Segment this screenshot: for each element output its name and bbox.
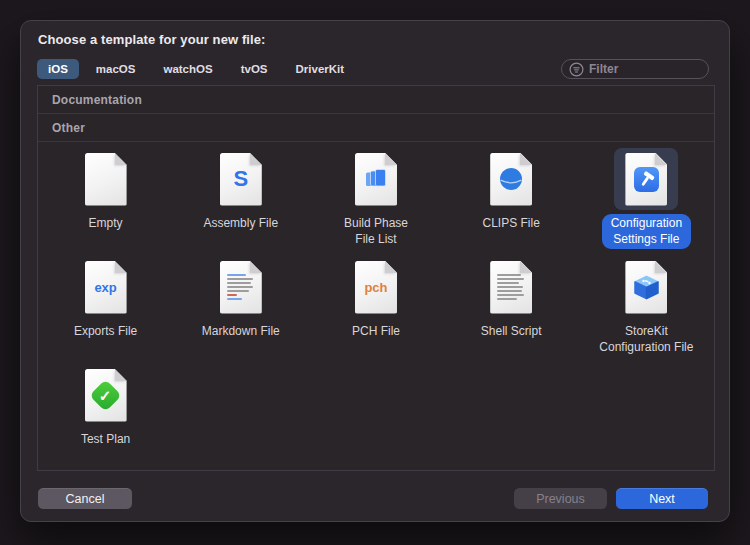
exports-file-icon: exp [74,256,138,318]
section-header-documentation[interactable]: Documentation [38,86,714,114]
test-plan-icon: ✓ [74,364,138,426]
storekit-configuration-file-icon [614,256,678,318]
template-assembly-file[interactable]: SAssembly File [173,144,308,252]
assembly-file-icon: S [209,148,273,210]
section-header-other[interactable]: Other [38,114,714,142]
document-page-icon [625,153,667,206]
tab-watchos[interactable]: watchOS [152,59,223,79]
shell-script-icon [479,256,543,318]
template-label: Markdown File [193,322,289,342]
tab-tvos[interactable]: tvOS [230,59,279,79]
template-label: Test Plan [72,430,139,450]
tab-ios[interactable]: iOS [37,59,79,79]
document-page-icon [625,261,667,314]
section-label: Other [52,121,85,135]
template-label: StoreKit Configuration File [590,322,702,357]
tab-macos[interactable]: macOS [85,59,147,79]
build-phase-file-list-icon [344,148,408,210]
template-exports-file[interactable]: expExports File [38,252,173,360]
template-label: Exports File [65,322,146,342]
previous-button[interactable]: Previous [514,488,607,509]
template-test-plan[interactable]: ✓Test Plan [38,360,173,468]
template-label: Assembly File [194,214,287,234]
blank-document-icon [74,148,138,210]
document-page-icon [220,261,262,314]
document-page-icon [355,153,397,206]
template-label: CLIPS File [474,214,549,234]
platform-tabs: iOSmacOSwatchOStvOSDriverKit [37,59,355,79]
markdown-file-icon [209,256,273,318]
next-button[interactable]: Next [616,488,708,509]
new-file-template-dialog: Choose a template for your new file: iOS… [20,20,730,522]
template-markdown-file[interactable]: Markdown File [173,252,308,360]
filter-icon [569,62,584,77]
clips-file-icon [479,148,543,210]
platform-tab-bar: iOSmacOSwatchOStvOSDriverKit Filter [37,57,713,81]
filter-field[interactable]: Filter [561,59,709,79]
filter-placeholder: Filter [589,62,618,76]
template-label: Shell Script [472,322,551,342]
document-page-icon: ✓ [85,369,127,422]
tab-driverkit[interactable]: DriverKit [285,59,356,79]
document-page-icon: S [220,153,262,206]
template-grid: EmptySAssembly File Build Phase File Lis… [38,142,714,468]
template-label: PCH File [343,322,409,342]
template-clips-file[interactable]: CLIPS File [444,144,579,252]
document-page-icon [85,153,127,206]
dialog-title: Choose a template for your new file: [38,32,266,47]
pch-file-icon: pch [344,256,408,318]
template-configuration-settings-file[interactable]: Configuration Settings File [579,144,714,252]
configuration-settings-file-icon [614,148,678,210]
section-label: Documentation [52,93,142,107]
document-page-icon: exp [85,261,127,314]
template-label: Build Phase File List [335,214,417,249]
cancel-button[interactable]: Cancel [38,488,132,509]
document-page-icon: pch [355,261,397,314]
template-storekit-configuration-file[interactable]: StoreKit Configuration File [579,252,714,360]
document-page-icon [490,261,532,314]
template-build-phase-file-list[interactable]: Build Phase File List [308,144,443,252]
template-shell-script[interactable]: Shell Script [444,252,579,360]
document-page-icon [490,153,532,206]
template-label: Configuration Settings File [602,214,691,249]
template-label: Empty [80,214,132,234]
template-empty[interactable]: Empty [38,144,173,252]
template-list-panel: Documentation Other EmptySAssembly File … [37,85,715,471]
template-pch-file[interactable]: pchPCH File [308,252,443,360]
